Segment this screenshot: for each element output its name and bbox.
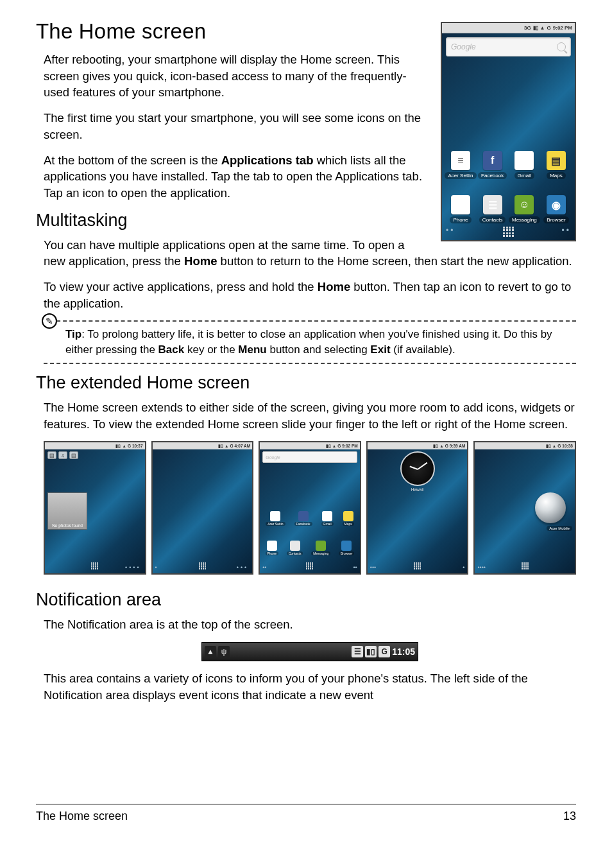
paragraph-multitasking-view: To view your active applications, press … — [44, 279, 576, 311]
tip-text: Tip: To prolong battery life, it is bett… — [44, 327, 576, 358]
paragraph-notif-detail: This area contains a variety of icons to… — [44, 670, 576, 703]
app-icon-glyph: ◉ — [547, 195, 566, 214]
footer-title: The Home screen — [36, 810, 128, 823]
page-footer: The Home screen 13 — [36, 804, 576, 823]
app-icon-label: Phone — [450, 216, 471, 223]
app-row-2: ✆Phone☰Contacts☺Messaging◉Browser — [442, 195, 575, 223]
app-icon: ☺Messaging — [509, 195, 540, 223]
app-icon-glyph: ▤ — [547, 151, 566, 170]
ext-screen-1: ▮▯▲G10:37 ▤♫▤ No photos found •••• — [44, 441, 146, 575]
phone-screenshot-large: 3G▮▯▲G9:02 PM Google ≡Acer SettinfFacebo… — [441, 22, 576, 241]
ext-screen-3: ▮▯▲G9:02 PM Google Acer SettinFacebookGm… — [259, 441, 361, 575]
app-row-1: ≡Acer SettinfFacebookMGmail▤Maps — [442, 151, 575, 179]
notification-bar-image: ▲ψ ☰▮▯G11:05 — [201, 642, 418, 661]
apps-grid-icon — [503, 227, 514, 238]
app-icon-glyph: f — [483, 151, 502, 170]
photo-widget: No photos found — [47, 492, 87, 530]
app-icon-glyph: ☺ — [514, 195, 534, 214]
app-icon: ▤Maps — [541, 151, 572, 179]
app-icon-glyph: ≡ — [451, 151, 470, 170]
notif-icon: ψ — [218, 646, 230, 657]
app-icon: fFacebook — [477, 151, 508, 179]
page-indicator-right: •• — [562, 226, 571, 235]
heading-notification-area: Notification area — [36, 590, 576, 610]
app-icon-label: Acer Settin — [445, 172, 476, 179]
tip-box: ✎ Tip: To prolong battery life, it is be… — [44, 320, 576, 364]
notif-time: 11:05 — [392, 647, 415, 657]
notif-icon: ▮▯ — [365, 646, 377, 657]
heading-extended-home: The extended Home screen — [36, 373, 576, 393]
globe-label: Acer Mobile — [547, 526, 572, 531]
app-icon: ≡Acer Settin — [445, 151, 476, 179]
clock-widget — [400, 451, 435, 486]
app-icon-label: Contacts — [479, 216, 506, 223]
app-icon-label: Gmail — [514, 172, 534, 179]
ext-screen-5: ▮▯▲G10:38 Acer Mobile •••• — [473, 441, 576, 575]
search-bar: Google — [446, 37, 571, 56]
apps-tab — [442, 226, 575, 238]
globe-widget — [535, 492, 566, 523]
paragraph-notif-intro: The Notification area is at the top of t… — [44, 616, 576, 633]
notif-icon: ☰ — [352, 646, 363, 657]
status-tray: ▤♫▤ — [47, 451, 78, 459]
extended-home-screenshots: ▮▯▲G10:37 ▤♫▤ No photos found •••• ▮▯▲G4… — [44, 441, 576, 575]
search-placeholder: Google — [451, 42, 476, 51]
notif-icon: ▲ — [205, 646, 216, 657]
app-icon: ◉Browser — [541, 195, 572, 223]
app-icon-label: Messaging — [509, 216, 540, 223]
search-bar: Google — [262, 451, 357, 463]
app-icon: ☰Contacts — [477, 195, 508, 223]
app-icon-glyph: M — [514, 151, 534, 170]
ext-screen-2: ▮▯▲G4:07 AM ••• • — [151, 441, 254, 575]
app-icon-label: Maps — [547, 172, 566, 179]
app-icon: MGmail — [509, 151, 540, 179]
notif-icon: G — [378, 646, 390, 657]
paragraph-extended: The Home screen extends to either side o… — [44, 399, 576, 432]
search-icon — [557, 42, 566, 51]
app-icon-label: Facebook — [478, 172, 507, 179]
app-icon-label: Browser — [543, 216, 568, 223]
app-icon: ✆Phone — [445, 195, 476, 223]
clock-label: Hawaii — [368, 487, 468, 492]
app-icon-glyph: ☰ — [483, 195, 502, 214]
ext-screen-4: ▮▯▲G9:39 AM Hawaii ••• • — [366, 441, 469, 575]
page-number: 13 — [563, 810, 576, 823]
status-time: 9:02 PM — [553, 25, 572, 31]
app-icon-glyph: ✆ — [451, 195, 470, 214]
paragraph-multitasking-open: You can have multiple applications open … — [44, 237, 576, 270]
status-bar: 3G▮▯▲G9:02 PM — [442, 23, 575, 33]
